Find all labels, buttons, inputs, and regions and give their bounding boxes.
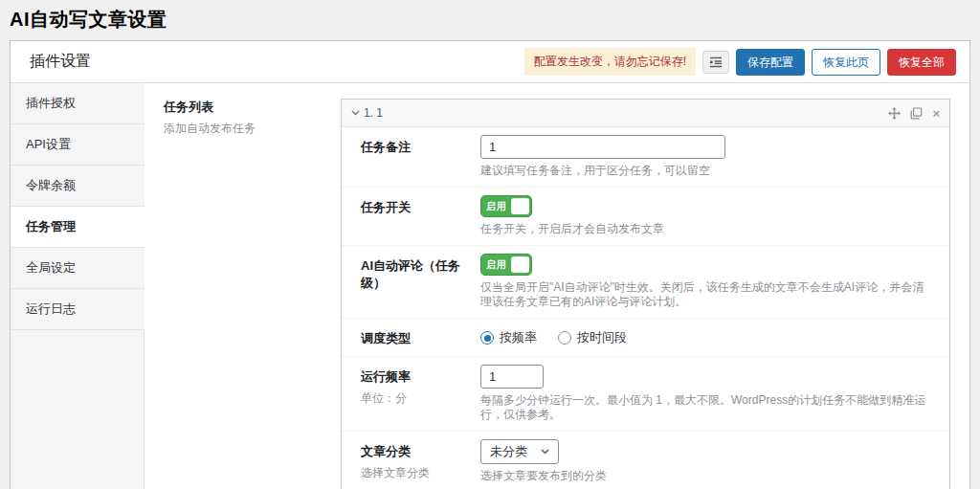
- ai-comment-label: AI自动评论（任务级）: [361, 257, 480, 292]
- post-category-select[interactable]: 未分类: [480, 439, 559, 464]
- post-category-hint: 选择文章要发布到的分类: [480, 469, 930, 483]
- sidebar-item-global-settings[interactable]: 全局设定: [11, 248, 145, 289]
- toggle-knob: [511, 198, 529, 214]
- task-switch-label: 任务开关: [361, 199, 480, 216]
- row-schedule-type: 调度类型 按频率 按时间段: [342, 319, 949, 357]
- run-frequency-hint: 每隔多少分钟运行一次。最小值为 1，最大不限。WordPress的计划任务不能做…: [480, 393, 930, 422]
- section-subtitle: 添加自动发布任务: [164, 121, 322, 137]
- header-actions: 配置发生改变，请勿忘记保存! 保存配置 恢复此页 恢复全部: [524, 48, 956, 76]
- ai-comment-hint: 仅当全局开启"AI自动评论"时生效。关闭后，该任务生成的文章不会生成AI评论，并…: [480, 280, 930, 309]
- toggle-panels-button[interactable]: [702, 51, 729, 74]
- task-panel-title: 1. 1: [364, 106, 888, 120]
- move-icon[interactable]: [888, 107, 901, 120]
- settings-card-header: 插件设置 配置发生改变，请勿忘记保存! 保存配置 恢复此: [11, 41, 969, 83]
- task-remark-label: 任务备注: [361, 139, 480, 156]
- radio-by-time-period[interactable]: 按时间段: [558, 329, 627, 346]
- save-config-button[interactable]: 保存配置: [736, 49, 805, 76]
- settings-card-body: 插件授权 API设置 令牌余额 任务管理 全局设定 运行日志 任务列表 添加自动…: [11, 83, 969, 489]
- post-category-sublabel: 选择文章分类: [361, 465, 480, 481]
- task-switch-hint: 任务开关，开启后才会自动发布文章: [480, 222, 930, 236]
- restore-all-button[interactable]: 恢复全部: [887, 49, 956, 76]
- collapse-chevron-icon[interactable]: [351, 110, 360, 116]
- settings-panel-title: 插件设置: [30, 52, 91, 72]
- run-frequency-label: 运行频率: [361, 368, 480, 386]
- task-remark-input[interactable]: [480, 135, 725, 159]
- row-task-remark: 任务备注 建议填写任务备注，用于区分任务，可以留空: [342, 127, 949, 188]
- row-run-frequency: 运行频率 单位：分 每隔多少分钟运行一次。最小值为 1，最大不限。WordPre…: [342, 357, 949, 432]
- page-root: AI自动写文章设置 插件设置 配置发生改变，请勿忘记保存!: [0, 0, 980, 489]
- sidebar-item-plugin-license[interactable]: 插件授权: [11, 83, 145, 124]
- radio-by-frequency-label: 按频率: [500, 329, 537, 346]
- section-intro: 任务列表 添加自动发布任务: [164, 99, 322, 489]
- schedule-type-label: 调度类型: [361, 330, 480, 347]
- post-category-label: 文章分类: [361, 443, 480, 460]
- indent-list-icon: [709, 56, 723, 68]
- sidebar-item-api-settings[interactable]: API设置: [11, 124, 145, 166]
- row-task-switch: 任务开关 启用 任务开关，开启后才会自动发布文章: [342, 188, 949, 246]
- post-category-selected-value: 未分类: [490, 443, 527, 460]
- run-frequency-input[interactable]: [480, 365, 544, 389]
- radio-by-time-period-label: 按时间段: [577, 329, 627, 346]
- radio-by-frequency[interactable]: 按频率: [480, 329, 537, 346]
- task-management-content: 任务列表 添加自动发布任务 1. 1: [145, 83, 969, 489]
- restore-page-button[interactable]: 恢复此页: [812, 49, 880, 76]
- radio-checked-icon: [480, 331, 494, 345]
- sidebar-item-token-balance[interactable]: 令牌余额: [11, 166, 145, 207]
- duplicate-icon[interactable]: [910, 107, 923, 120]
- row-ai-comment: AI自动评论（任务级） 启用 仅当全局开启"AI自动评论"时生效。关闭后，该任务…: [342, 246, 949, 319]
- toggle-knob: [511, 256, 529, 273]
- toggle-on-label: 启用: [483, 258, 511, 272]
- settings-sidebar: 插件授权 API设置 令牌余额 任务管理 全局设定 运行日志: [11, 83, 145, 489]
- ai-comment-toggle[interactable]: 启用: [480, 254, 532, 276]
- run-frequency-unit: 单位：分: [361, 390, 480, 407]
- radio-unchecked-icon: [558, 331, 571, 345]
- task-remark-hint: 建议填写任务备注，用于区分任务，可以留空: [480, 164, 930, 178]
- section-title: 任务列表: [164, 99, 322, 116]
- task-panel-tools: ×: [888, 107, 940, 120]
- row-post-category: 文章分类 选择文章分类 未分类 选择文章要发布到的分类: [342, 432, 949, 489]
- toggle-on-label: 启用: [483, 200, 511, 213]
- task-item-panel: 1. 1: [341, 99, 950, 489]
- settings-card: 插件设置 配置发生改变，请勿忘记保存! 保存配置 恢复此: [10, 40, 970, 489]
- chevron-down-icon: [541, 449, 549, 455]
- sidebar-item-task-management[interactable]: 任务管理: [11, 207, 145, 248]
- close-icon[interactable]: ×: [932, 107, 940, 120]
- task-panel-header[interactable]: 1. 1: [342, 100, 949, 127]
- schedule-type-radios: 按频率 按时间段: [480, 326, 930, 346]
- unsaved-changes-warning: 配置发生改变，请勿忘记保存!: [524, 48, 696, 76]
- sidebar-item-run-log[interactable]: 运行日志: [11, 289, 145, 330]
- page-title: AI自动写文章设置: [0, 0, 980, 33]
- task-switch-toggle[interactable]: 启用: [480, 195, 532, 217]
